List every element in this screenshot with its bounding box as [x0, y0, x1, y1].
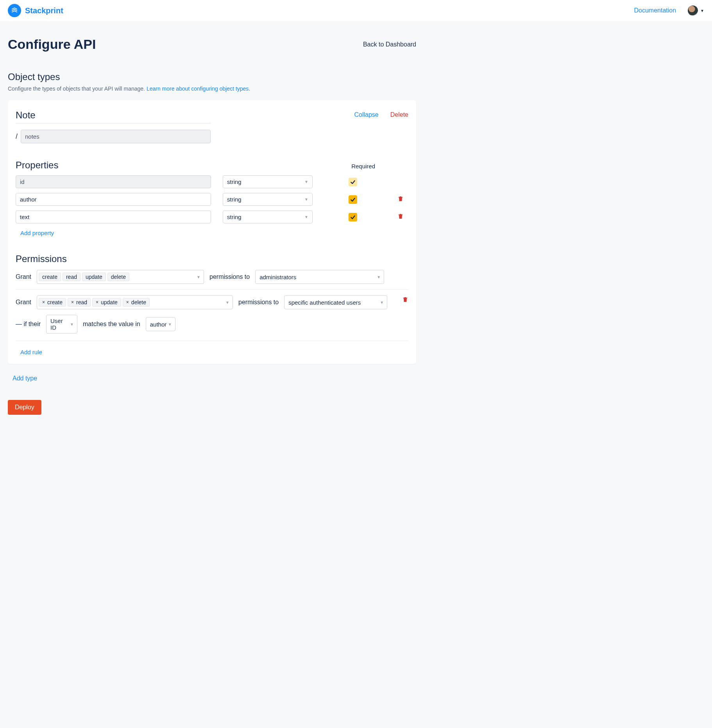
required-checkbox[interactable] — [349, 213, 357, 221]
back-to-dashboard-link[interactable]: Back to Dashboard — [363, 41, 416, 48]
property-name-input[interactable] — [16, 211, 211, 223]
target-select[interactable]: administrators ▼ — [255, 270, 384, 284]
op-tag: update — [82, 273, 106, 281]
grant-label: Grant — [16, 273, 31, 280]
delete-property-button[interactable] — [397, 213, 404, 221]
properties-title: Properties — [16, 160, 58, 171]
chevron-down-icon: ▼ — [700, 9, 704, 13]
operations-select[interactable]: ×create ×read ×update ×delete ▼ — [37, 295, 233, 309]
brand-logo-icon — [8, 4, 21, 17]
add-type-button[interactable]: Add type — [13, 375, 37, 382]
if-their-label: — if their — [16, 321, 41, 328]
grant-label: Grant — [16, 299, 31, 306]
brand[interactable]: Stackprint — [8, 4, 63, 17]
delete-property-button[interactable] — [397, 195, 404, 203]
permission-rule: Grant create read update delete ▼ permis… — [16, 264, 408, 289]
property-row: string ▼ — [16, 193, 408, 206]
chevron-down-icon: ▼ — [168, 322, 172, 327]
claim-select[interactable]: User ID ▼ — [46, 315, 77, 334]
property-name-input — [16, 175, 211, 188]
page-title: Configure API — [8, 37, 96, 52]
type-name-input[interactable] — [16, 110, 211, 123]
remove-tag-icon: × — [126, 300, 129, 305]
add-rule-button[interactable]: Add rule — [20, 349, 42, 355]
op-tag: read — [63, 273, 81, 281]
op-tag[interactable]: ×create — [39, 298, 66, 307]
permission-condition: — if their User ID ▼ matches the value i… — [16, 315, 408, 341]
property-name-input[interactable] — [16, 193, 211, 206]
object-types-description: Configure the types of objects that your… — [8, 86, 416, 92]
path-input[interactable] — [21, 130, 211, 143]
op-tag: delete — [107, 273, 129, 281]
chevron-down-icon: ▼ — [197, 275, 200, 279]
property-row: string ▼ — [16, 211, 408, 223]
remove-tag-icon: × — [71, 300, 74, 305]
required-checkbox[interactable] — [349, 178, 357, 186]
property-row: string ▼ — [16, 175, 408, 188]
remove-tag-icon: × — [96, 300, 98, 305]
permissions-to-label: permissions to — [209, 273, 250, 280]
permissions-to-label: permissions to — [238, 299, 279, 306]
target-select[interactable]: specific authenticated users ▼ — [284, 295, 387, 309]
chevron-down-icon: ▼ — [377, 275, 381, 279]
permission-rule: Grant ×create ×read ×update ×delete ▼ pe… — [16, 289, 408, 315]
operations-select[interactable]: create read update delete ▼ — [37, 270, 204, 284]
path-slash: / — [16, 132, 18, 141]
field-select[interactable]: author ▼ — [146, 317, 175, 331]
op-tag[interactable]: ×read — [68, 298, 91, 307]
op-tag[interactable]: ×update — [92, 298, 121, 307]
delete-type-button[interactable]: Delete — [390, 111, 408, 118]
chevron-down-icon: ▼ — [225, 300, 229, 305]
property-type-select[interactable]: string ▼ — [223, 211, 313, 223]
avatar — [688, 5, 698, 16]
property-type-select[interactable]: string ▼ — [223, 175, 313, 188]
remove-tag-icon: × — [42, 300, 45, 305]
chevron-down-icon: ▼ — [380, 300, 384, 305]
required-column-label: Required — [351, 163, 375, 170]
chevron-down-icon: ▼ — [304, 180, 308, 184]
brand-name: Stackprint — [25, 6, 63, 15]
object-types-title: Object types — [8, 71, 416, 82]
collapse-button[interactable]: Collapse — [354, 111, 378, 118]
deploy-button[interactable]: Deploy — [8, 400, 41, 415]
add-property-button[interactable]: Add property — [20, 230, 54, 236]
op-tag[interactable]: ×delete — [123, 298, 150, 307]
object-types-desc-text: Configure the types of objects that your… — [8, 86, 147, 92]
op-tag: create — [39, 273, 61, 281]
property-type-select[interactable]: string ▼ — [223, 193, 313, 206]
user-menu[interactable]: ▼ — [688, 5, 704, 16]
chevron-down-icon: ▼ — [70, 322, 74, 327]
delete-rule-button[interactable] — [402, 296, 408, 304]
required-checkbox[interactable] — [349, 195, 357, 204]
chevron-down-icon: ▼ — [304, 197, 308, 202]
learn-more-link[interactable]: Learn more about configuring object type… — [147, 86, 249, 92]
app-header: Stackprint Documentation ▼ — [0, 0, 712, 21]
documentation-link[interactable]: Documentation — [634, 7, 676, 14]
type-card: Collapse Delete / Properties Required st… — [8, 100, 416, 364]
chevron-down-icon: ▼ — [304, 215, 308, 219]
matches-label: matches the value in — [83, 321, 140, 328]
permissions-title: Permissions — [16, 253, 408, 264]
